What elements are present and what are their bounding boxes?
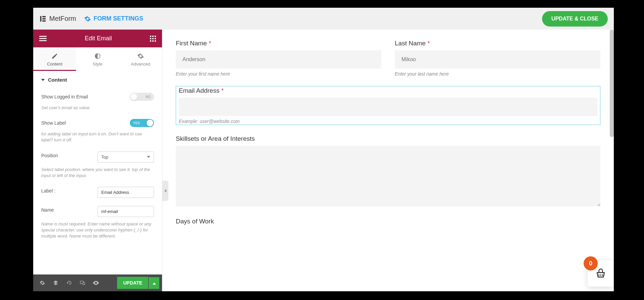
first-name-field-block[interactable]: First Name * Enter your first name here	[176, 40, 381, 77]
gear-icon	[84, 15, 91, 22]
modal-body: Edit Email Content Style Advanced	[33, 30, 614, 291]
hamburger-icon[interactable]	[39, 36, 47, 42]
position-select[interactable]: Top	[98, 152, 154, 163]
form-preview-canvas[interactable]: First Name * Enter your first name here …	[162, 30, 614, 291]
tab-advanced-label: Advanced	[131, 61, 150, 67]
svg-rect-1	[42, 16, 46, 17]
tab-content[interactable]: Content	[33, 47, 76, 71]
days-label: Days of Work	[176, 218, 600, 225]
widgets-grid-icon[interactable]	[150, 36, 156, 42]
control-name-field: Name	[33, 202, 162, 221]
tab-style-label: Style	[93, 61, 103, 67]
last-name-hint: Enter your last name here	[395, 71, 600, 77]
last-name-label: Last Name *	[395, 40, 600, 47]
gear-icon	[137, 53, 144, 59]
skillsets-field-block[interactable]: Skillsets or Area of Interests	[176, 135, 600, 208]
first-name-hint: Enter your first name here	[176, 71, 381, 77]
toggle-knob	[147, 120, 153, 126]
tab-advanced[interactable]: Advanced	[119, 47, 162, 71]
show-label-help: for adding label on input turn it on. Do…	[33, 131, 162, 147]
svg-rect-15	[155, 40, 156, 42]
svg-rect-2	[42, 18, 46, 19]
form-editor-modal: MetForm FORM SETTINGS UPDATE & CLOSE Edi…	[33, 8, 614, 291]
skillsets-textarea[interactable]	[176, 146, 600, 206]
label-field-input[interactable]	[98, 187, 154, 198]
svg-rect-4	[39, 36, 47, 37]
brand-text: MetForm	[49, 15, 76, 23]
first-name-label: First Name *	[176, 40, 381, 47]
position-label: Position	[41, 152, 94, 158]
show-logged-email-label: Show Logged in Email	[41, 93, 126, 99]
history-icon-button[interactable]	[63, 276, 75, 289]
caret-up-icon	[153, 283, 156, 285]
name-field-input[interactable]	[98, 206, 154, 217]
tab-style[interactable]: Style	[76, 47, 119, 71]
chevron-left-icon	[164, 189, 166, 192]
control-show-logged-email: Show Logged in Email NO	[33, 89, 162, 105]
section-content-header[interactable]: Content	[33, 71, 162, 89]
sidebar-header: Edit Email	[33, 30, 162, 47]
last-name-field-block[interactable]: Last Name * Enter your last name here	[395, 40, 600, 77]
svg-rect-6	[39, 40, 47, 41]
editor-sidebar: Edit Email Content Style Advanced	[33, 30, 162, 291]
first-name-input[interactable]	[176, 50, 381, 69]
svg-rect-11	[152, 38, 154, 39]
vertical-scrollbar[interactable]	[610, 30, 614, 137]
svg-rect-8	[152, 36, 154, 37]
chevron-down-icon	[147, 156, 150, 158]
navigator-icon-button[interactable]	[49, 276, 62, 289]
toggle-no-label: NO	[142, 95, 154, 99]
preview-icon-button[interactable]	[90, 276, 102, 289]
svg-rect-18	[83, 283, 85, 285]
form-row-names: First Name * Enter your first name here …	[176, 40, 600, 77]
sidebar-tabs: Content Style Advanced	[33, 47, 162, 71]
control-label-field: Label :	[33, 183, 162, 202]
svg-rect-0	[40, 16, 42, 22]
update-options-button[interactable]	[149, 277, 159, 289]
form-settings-label: FORM SETTINGS	[94, 15, 143, 22]
settings-icon-button[interactable]	[36, 276, 49, 289]
days-field-block[interactable]: Days of Work	[176, 218, 600, 225]
position-help: Select label position. where you want to…	[33, 167, 162, 183]
history-icon	[66, 280, 72, 286]
show-label-label: Show Label	[41, 119, 126, 126]
update-close-button[interactable]: UPDATE & CLOSE	[542, 11, 608, 27]
brand: MetForm	[39, 15, 76, 23]
form-settings-button[interactable]: FORM SETTINGS	[84, 15, 143, 22]
caret-down-icon	[41, 78, 45, 82]
svg-rect-14	[152, 40, 154, 42]
svg-rect-10	[150, 38, 151, 39]
gear-icon	[40, 280, 45, 286]
show-label-toggle[interactable]: YES	[130, 119, 154, 127]
email-hint: Example: user@website.com	[177, 119, 599, 124]
section-content-label: Content	[48, 77, 67, 83]
modal-header: MetForm FORM SETTINGS UPDATE & CLOSE	[33, 8, 614, 30]
modal-header-left: MetForm FORM SETTINGS	[39, 15, 143, 23]
svg-rect-3	[42, 20, 46, 22]
last-name-input[interactable]	[395, 50, 600, 69]
control-show-label: Show Label YES	[33, 115, 162, 131]
svg-rect-9	[155, 36, 156, 37]
sidebar-title: Edit Email	[47, 35, 150, 42]
eye-icon	[93, 281, 99, 285]
email-label: Email Address *	[177, 87, 599, 94]
name-field-label: Name	[41, 206, 94, 213]
collapse-sidebar-handle[interactable]	[162, 181, 168, 201]
update-button[interactable]: UPDATE	[117, 277, 148, 289]
responsive-icon-button[interactable]	[76, 276, 89, 289]
name-field-help: Name is must required. Enter name withou…	[33, 221, 162, 244]
email-field-block[interactable]: Email Address * Example: user@website.co…	[176, 86, 600, 125]
panel-scroll[interactable]: Content Show Logged in Email NO Set user…	[33, 71, 162, 274]
svg-rect-5	[39, 38, 47, 39]
show-logged-email-help: Set user's email as value	[33, 105, 162, 115]
svg-rect-7	[150, 36, 151, 37]
svg-rect-13	[150, 40, 151, 42]
toggle-yes-label: YES	[130, 121, 143, 125]
required-asterisk: *	[221, 87, 224, 94]
email-input[interactable]	[179, 98, 597, 116]
show-logged-email-toggle[interactable]: NO	[130, 93, 154, 101]
cart-floating-button[interactable]: 0	[588, 260, 614, 287]
style-icon	[94, 53, 101, 59]
responsive-icon	[80, 280, 85, 286]
control-position: Position Top	[33, 147, 162, 167]
